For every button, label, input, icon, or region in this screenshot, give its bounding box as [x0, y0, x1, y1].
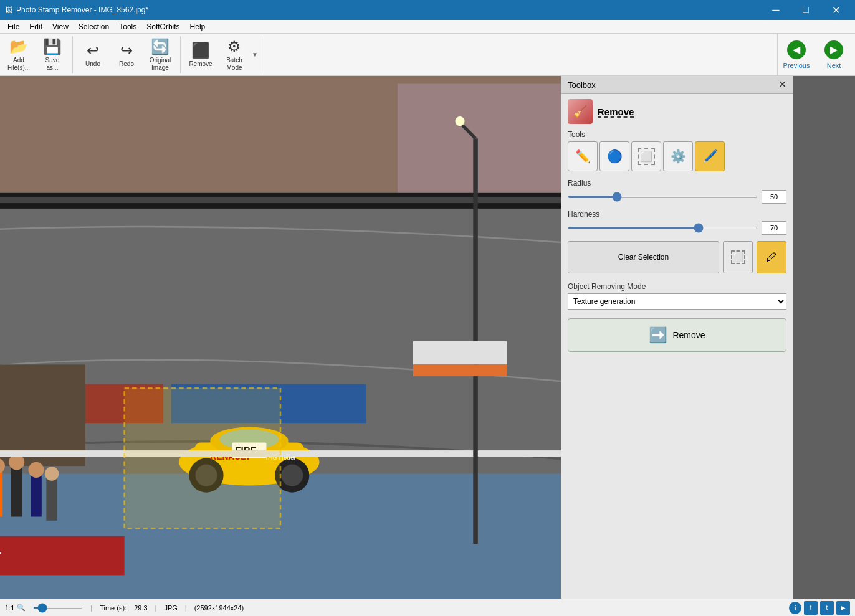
maximize-button[interactable]: □ [791, 0, 820, 20]
menu-selection[interactable]: Selection [74, 21, 114, 32]
original-image-button[interactable]: 🔄 OriginalImage [144, 37, 176, 73]
status-separator-2: | [155, 604, 157, 612]
window-title: Photo Stamp Remover - IMG_8562.jpg* [16, 6, 148, 14]
lasso-tool-icon: 🔵 [607, 149, 623, 164]
remove-section: 🧹 Remove Tools ✏️ 🔵 ⬜ ⚙️ [561, 94, 793, 357]
zoom-controls: 1:1 🔍 [5, 604, 26, 612]
magic-wand-tool-button[interactable]: ⚙️ [663, 141, 693, 171]
next-button[interactable]: ▶ Next [815, 34, 853, 76]
lasso-tool-button[interactable]: 🔵 [599, 141, 629, 171]
remove-tool-icon: 🧹 [568, 99, 593, 124]
undo-button[interactable]: ↩ Undo [77, 37, 109, 73]
stamp-mode-button[interactable]: 🖊 [757, 241, 786, 273]
remove-title: Remove [598, 107, 634, 117]
svg-rect-42 [413, 364, 507, 376]
svg-rect-29 [11, 466, 22, 516]
prev-next-group: ◀ Previous ▶ Next [777, 34, 853, 76]
save-as-label: Saveas... [45, 57, 60, 72]
redo-icon: ↪ [120, 42, 133, 59]
minimize-button[interactable]: ─ [762, 0, 790, 20]
svg-text:TAG Heuer: TAG Heuer [0, 548, 1, 562]
status-separator-1: | [90, 604, 92, 612]
stamp-tool-icon: 🖊️ [702, 149, 718, 164]
add-files-button[interactable]: 📂 AddFile(s)... [2, 37, 35, 73]
race-image: JANNINE WALKER [0, 76, 561, 599]
radius-slider[interactable] [568, 196, 758, 198]
toolbox-header: Toolbox ✕ [561, 76, 793, 94]
magic-wand-icon: ⚙️ [671, 149, 686, 164]
radius-slider-row: 50 [568, 190, 786, 204]
stamp-mode-icon: 🖊 [766, 251, 777, 264]
image-canvas[interactable]: JANNINE WALKER [0, 76, 561, 599]
save-as-icon: 💾 [43, 38, 62, 55]
main-area: JANNINE WALKER [0, 76, 855, 599]
batch-mode-button[interactable]: ⚙ BatchMode [218, 37, 251, 73]
toolbox-title: Toolbox [568, 80, 596, 90]
next-icon: ▶ [824, 40, 843, 59]
rect-select-tool-button[interactable]: ⬜ [631, 141, 661, 171]
menubar: File Edit View Selection Tools SoftOrbit… [0, 20, 855, 34]
svg-rect-36 [0, 536, 125, 576]
toolbar-edit-group: ↩ Undo ↪ Redo 🔄 OriginalImage [77, 36, 181, 73]
brush-tool-button[interactable]: ✏️ [568, 141, 598, 171]
texture-generation-dropdown[interactable]: Texture generation Inpainting Smart fill [568, 293, 786, 310]
redo-label: Redo [119, 60, 134, 68]
facebook-icon[interactable]: f [804, 601, 818, 615]
info-icon[interactable]: i [789, 602, 801, 614]
brush-tool-icon: ✏️ [575, 149, 591, 164]
tools-section-label: Tools [568, 130, 786, 139]
zoom-slider[interactable] [33, 607, 83, 609]
svg-point-32 [29, 462, 44, 478]
menu-tools[interactable]: Tools [114, 21, 141, 32]
save-as-button[interactable]: 💾 Saveas... [36, 37, 69, 73]
mode-dropdown-wrapper: Texture generation Inpainting Smart fill [568, 293, 786, 310]
radius-section: Radius 50 [568, 179, 786, 204]
app-icon: 🖼 [5, 6, 12, 14]
remove-action-label: Remove [672, 330, 705, 340]
add-files-label: AddFile(s)... [7, 57, 30, 72]
original-image-label: OriginalImage [150, 57, 171, 72]
zoom-icon: 🔍 [17, 604, 26, 612]
menu-file[interactable]: File [2, 21, 24, 32]
radius-label: Radius [568, 179, 786, 187]
hardness-slider-row: 70 [568, 221, 786, 235]
status-separator-3: | [185, 604, 187, 612]
titlebar-left: 🖼 Photo Stamp Remover - IMG_8562.jpg* [5, 6, 148, 14]
object-removing-mode-section: Object Removing Mode Texture generation … [568, 282, 786, 310]
svg-point-40 [456, 116, 465, 126]
previous-label: Previous [783, 62, 810, 69]
redo-button[interactable]: ↪ Redo [110, 37, 143, 73]
clear-selection-button[interactable]: Clear Selection [568, 241, 719, 273]
clear-selection-label: Clear Selection [618, 253, 669, 262]
batch-dropdown-arrow[interactable]: ▼ [252, 51, 258, 58]
toolbox-close-button[interactable]: ✕ [778, 80, 786, 90]
original-image-icon: 🔄 [151, 38, 170, 55]
svg-rect-2 [398, 84, 561, 193]
menu-softorbits[interactable]: SoftOrbits [141, 21, 184, 32]
hardness-section: Hardness 70 [568, 210, 786, 235]
remove-action-button[interactable]: ➡️ Remove [568, 318, 786, 352]
statusbar: 1:1 🔍 | Time (s): 29.3 | JPG | (2592x194… [0, 599, 855, 616]
svg-rect-43 [125, 388, 280, 528]
select-mode-button[interactable]: ⬜ [723, 241, 753, 273]
radius-value: 50 [762, 190, 786, 204]
stamp-tool-button[interactable]: 🖊️ [695, 141, 725, 171]
menu-help[interactable]: Help [185, 21, 211, 32]
tools-row: ✏️ 🔵 ⬜ ⚙️ 🖊️ [568, 141, 786, 171]
undo-icon: ↩ [87, 42, 99, 59]
hardness-label: Hardness [568, 210, 786, 219]
hardness-value: 70 [762, 221, 786, 235]
youtube-icon[interactable]: ▶ [836, 601, 850, 615]
menu-edit[interactable]: Edit [24, 21, 47, 32]
hardness-slider[interactable] [568, 227, 758, 229]
object-removing-mode-label: Object Removing Mode [568, 282, 786, 291]
remove-toolbar-button[interactable]: ⬛ Remove [184, 37, 217, 73]
menu-view[interactable]: View [47, 21, 74, 32]
zoom-level: 1:1 [5, 604, 14, 612]
twitter-icon[interactable]: t [820, 601, 834, 615]
remove-header: 🧹 Remove [568, 99, 786, 124]
previous-button[interactable]: ◀ Previous [778, 34, 815, 76]
svg-point-34 [45, 467, 59, 481]
close-button[interactable]: ✕ [821, 0, 850, 20]
svg-rect-31 [31, 474, 42, 517]
